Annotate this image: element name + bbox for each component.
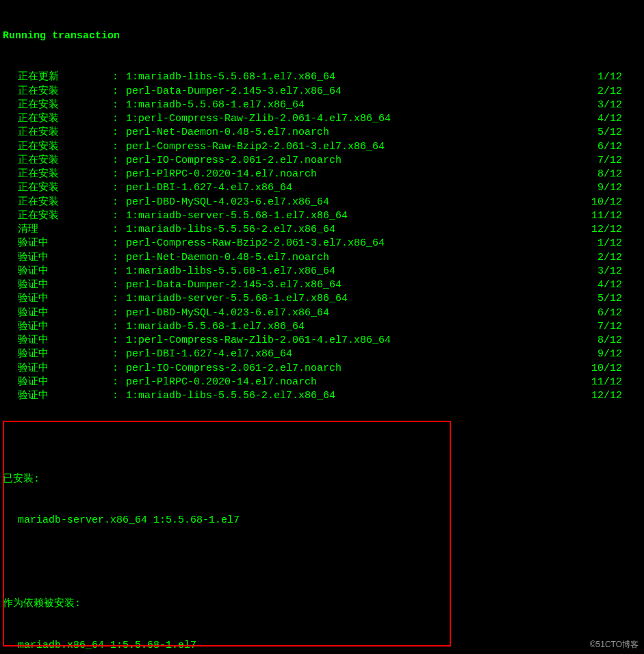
progress-counter: 3/12 [591, 265, 641, 278]
package-name: perl-IO-Compress-2.061-2.el7.noarch [126, 362, 342, 376]
progress-counter: 7/12 [591, 320, 641, 334]
dep-installed-header: 作为依赖被安装: [3, 597, 641, 611]
action-label: 验证中 [3, 348, 112, 361]
separator: : [112, 85, 126, 99]
transaction-row: 验证中: perl-DBD-MySQL-4.023-6.el7.x86_64 6… [3, 306, 641, 320]
separator: : [112, 362, 126, 376]
progress-counter: 12/12 [591, 223, 641, 237]
progress-counter: 1/12 [591, 70, 641, 84]
action-label: 正在安装 [3, 126, 112, 140]
separator: : [112, 334, 126, 348]
action-label: 正在安装 [3, 209, 112, 223]
progress-counter: 8/12 [591, 168, 641, 181]
transaction-row: 正在安装: perl-DBD-MySQL-4.023-6.el7.x86_641… [3, 196, 641, 209]
package-name: 1:mariadb-libs-5.5.56-2.el7.x86_64 [126, 389, 335, 403]
watermark-text: ©51CTO博客 [590, 639, 639, 650]
separator: : [112, 292, 126, 306]
progress-counter: 11/12 [591, 376, 641, 389]
action-label: 正在更新 [3, 70, 112, 84]
package-name: perl-DBI-1.627-4.el7.x86_64 [126, 181, 292, 195]
package-name: 1:mariadb-libs-5.5.68-1.el7.x86_64 [126, 265, 335, 278]
blank-line [3, 431, 641, 445]
progress-counter: 2/12 [591, 251, 641, 265]
package-name: perl-Net-Daemon-0.48-5.el7.noarch [126, 126, 329, 140]
action-label: 验证中 [3, 237, 112, 250]
separator: : [112, 278, 126, 292]
transaction-row: 验证中: perl-Data-Dumper-2.145-3.el7.x86_64… [3, 278, 641, 292]
progress-counter: 6/12 [591, 140, 641, 154]
transaction-row: 正在安装: 1:mariadb-5.5.68-1.el7.x86_64 3/12 [3, 99, 641, 112]
transaction-row: 验证中: perl-DBI-1.627-4.el7.x86_64 9/12 [3, 348, 641, 361]
separator: : [112, 265, 126, 278]
separator: : [112, 112, 126, 126]
action-label: 正在安装 [3, 196, 112, 209]
package-name: perl-DBD-MySQL-4.023-6.el7.x86_64 [126, 196, 329, 209]
dep-installed-list: mariadb.x86_64 1:5.5.68-1.el7perl-Compre… [3, 639, 641, 655]
transaction-row: 正在安装: 1:mariadb-server-5.5.68-1.el7.x86_… [3, 209, 641, 223]
transaction-row: 正在安装: 1:perl-Compress-Raw-Zlib-2.061-4.e… [3, 112, 641, 126]
progress-counter: 1/12 [591, 237, 641, 250]
transaction-row: 验证中: perl-PlRPC-0.2020-14.el7.noarch11/1… [3, 376, 641, 389]
action-label: 正在安装 [3, 112, 112, 126]
package-name: 1:mariadb-5.5.68-1.el7.x86_64 [126, 99, 305, 112]
action-label: 正在安装 [3, 140, 112, 154]
transaction-row: 验证中: 1:perl-Compress-Raw-Zlib-2.061-4.el… [3, 334, 641, 348]
separator: : [112, 154, 126, 168]
terminal-output: Running transaction 正在更新: 1:mariadb-libs… [0, 0, 644, 654]
separator: : [112, 168, 126, 181]
action-label: 验证中 [3, 334, 112, 348]
package-name: 1:mariadb-libs-5.5.68-1.el7.x86_64 [126, 70, 335, 84]
transaction-row: 正在安装: perl-Compress-Raw-Bzip2-2.061-3.el… [3, 140, 641, 154]
transaction-row: 验证中: perl-Compress-Raw-Bzip2-2.061-3.el7… [3, 237, 641, 250]
action-label: 正在安装 [3, 154, 112, 168]
progress-counter: 5/12 [591, 292, 641, 306]
installed-header: 已安装: [3, 473, 641, 486]
package-name: 1:mariadb-server-5.5.68-1.el7.x86_64 [126, 292, 348, 306]
transaction-row: 正在安装: perl-Net-Daemon-0.48-5.el7.noarch … [3, 126, 641, 140]
separator: : [112, 320, 126, 334]
package-name: perl-PlRPC-0.2020-14.el7.noarch [126, 168, 317, 181]
transaction-row: 验证中: 1:mariadb-libs-5.5.68-1.el7.x86_64 … [3, 265, 641, 278]
package-name: perl-Data-Dumper-2.145-3.el7.x86_64 [126, 278, 342, 292]
separator: : [112, 126, 126, 140]
transaction-row: 验证中: perl-Net-Daemon-0.48-5.el7.noarch 2… [3, 251, 641, 265]
progress-counter: 5/12 [591, 126, 641, 140]
action-label: 验证中 [3, 251, 112, 265]
transaction-row: 正在安装: perl-IO-Compress-2.061-2.el7.noarc… [3, 154, 641, 168]
transaction-header: Running transaction [3, 29, 641, 43]
transaction-row: 正在安装: perl-DBI-1.627-4.el7.x86_64 9/12 [3, 181, 641, 195]
progress-counter: 12/12 [591, 389, 641, 403]
progress-counter: 8/12 [591, 334, 641, 348]
package-name: perl-Compress-Raw-Bzip2-2.061-3.el7.x86_… [126, 140, 385, 154]
package-name: 1:perl-Compress-Raw-Zlib-2.061-4.el7.x86… [126, 334, 391, 348]
transaction-row: 验证中: 1:mariadb-server-5.5.68-1.el7.x86_6… [3, 292, 641, 306]
package-name: perl-DBI-1.627-4.el7.x86_64 [126, 348, 292, 361]
action-label: 验证中 [3, 278, 112, 292]
separator: : [112, 181, 126, 195]
package-name: 1:mariadb-5.5.68-1.el7.x86_64 [126, 320, 305, 334]
list-item: mariadb-server.x86_64 1:5.5.68-1.el7 [3, 514, 641, 527]
action-label: 验证中 [3, 376, 112, 389]
action-label: 验证中 [3, 265, 112, 278]
package-name: perl-Compress-Raw-Bzip2-2.061-3.el7.x86_… [126, 237, 385, 250]
package-name: 1:mariadb-server-5.5.68-1.el7.x86_64 [126, 209, 348, 223]
progress-counter: 2/12 [591, 85, 641, 99]
separator: : [112, 348, 126, 361]
blank-line [3, 555, 641, 569]
progress-counter: 11/12 [591, 209, 641, 223]
separator: : [112, 70, 126, 84]
separator: : [112, 99, 126, 112]
separator: : [112, 140, 126, 154]
action-label: 验证中 [3, 362, 112, 376]
package-name: perl-IO-Compress-2.061-2.el7.noarch [126, 154, 342, 168]
separator: : [112, 209, 126, 223]
progress-counter: 4/12 [591, 112, 641, 126]
action-label: 正在安装 [3, 99, 112, 112]
separator: : [112, 223, 126, 237]
package-name: perl-DBD-MySQL-4.023-6.el7.x86_64 [126, 306, 329, 320]
progress-counter: 3/12 [591, 99, 641, 112]
progress-counter: 6/12 [591, 306, 641, 320]
list-item: mariadb.x86_64 1:5.5.68-1.el7 [3, 639, 641, 653]
action-label: 验证中 [3, 292, 112, 306]
separator: : [112, 389, 126, 403]
